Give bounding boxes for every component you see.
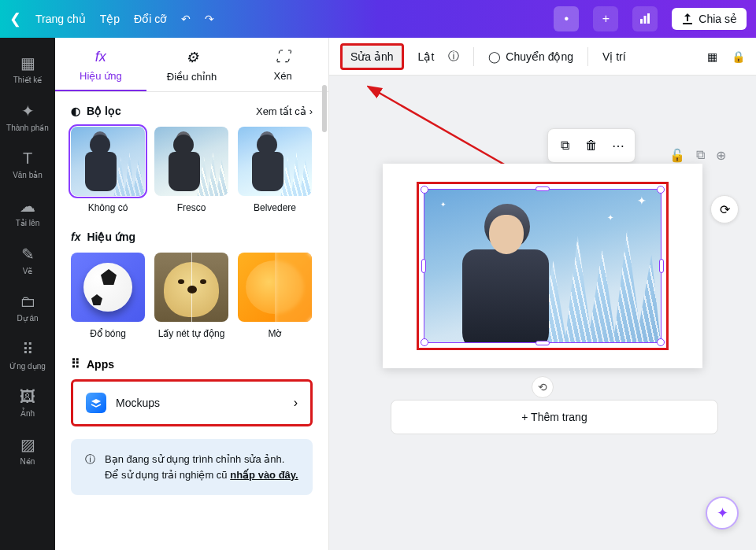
- resize-handle[interactable]: [421, 259, 426, 273]
- page-lock-icon[interactable]: 🔓: [669, 148, 685, 163]
- apps-grid-icon: ⠿: [71, 356, 80, 371]
- ctx-flip[interactable]: Lật: [418, 50, 435, 63]
- undo-icon[interactable]: ↶: [181, 13, 191, 25]
- chevron-right-icon: ›: [294, 396, 298, 410]
- rail-upload[interactable]: ☁Tải lên: [0, 189, 55, 235]
- animate-icon: ◯: [488, 50, 501, 63]
- effect-blur[interactable]: Mờ: [238, 253, 312, 339]
- rail-elements[interactable]: ✦Thành phần: [0, 94, 55, 140]
- info-link[interactable]: nhấp vào đây.: [230, 469, 298, 481]
- fx-icon: fx: [71, 231, 80, 243]
- filter-icon: ◐: [71, 105, 80, 117]
- nav-file[interactable]: Tệp: [100, 13, 120, 25]
- rail-projects[interactable]: 🗀Dự án: [0, 285, 55, 330]
- adjust-icon: ⚙: [186, 49, 198, 66]
- rail-background[interactable]: ▨Nền: [0, 427, 55, 474]
- effect-autofocus[interactable]: Lấy nét tự động: [154, 253, 228, 339]
- effects-icon: fx: [95, 49, 106, 65]
- top-bar: ❮ Trang chủ Tệp Đổi cỡ ↶ ↷ • + Chia sẻ: [0, 0, 756, 38]
- svg-rect-2: [647, 13, 650, 24]
- context-toolbar: Sửa ảnh Lật ⓘ ◯Chuyển động Vị trí ▦ 🔒: [329, 38, 756, 76]
- svg-line-3: [376, 91, 517, 172]
- resize-handle[interactable]: [657, 186, 665, 194]
- resize-handle[interactable]: [659, 259, 664, 273]
- nav-home[interactable]: Trang chủ: [35, 13, 86, 25]
- presence-dot-icon[interactable]: •: [554, 6, 579, 31]
- floating-toolbar: ⧉ 🗑 ⋯: [547, 128, 636, 163]
- rail-text[interactable]: TVăn bản: [0, 142, 55, 187]
- panel-tabs: fxHiệu ứng ⚙Điều chỉnh ⛶Xén: [55, 38, 328, 92]
- scrollbar[interactable]: [322, 85, 327, 132]
- selected-image[interactable]: ✦ ✦ ✦: [417, 182, 669, 350]
- photo-content: ✦ ✦ ✦: [424, 190, 661, 342]
- page-refresh-icon[interactable]: ⟲: [532, 376, 554, 398]
- filter-fresco[interactable]: Fresco: [154, 127, 228, 213]
- analytics-icon[interactable]: [632, 6, 658, 31]
- apps-title: ⠿Apps: [71, 356, 313, 371]
- ctx-edit-image[interactable]: Sửa ảnh: [340, 43, 404, 70]
- svg-rect-0: [640, 19, 643, 24]
- mockups-label: Mockups: [116, 397, 284, 409]
- nav-resize[interactable]: Đổi cỡ: [134, 13, 167, 25]
- rail-draw[interactable]: ✎Vẽ: [0, 237, 55, 283]
- share-label: Chia sẻ: [699, 13, 737, 25]
- ai-assist-button[interactable]: ✦: [706, 496, 739, 530]
- info-banner: ⓘ Bạn đang sử dụng trình chỉnh sửa ảnh. …: [71, 439, 313, 495]
- info-icon: ⓘ: [85, 452, 95, 482]
- tab-crop[interactable]: ⛶Xén: [237, 38, 328, 91]
- side-rail: ▦Thiết kế ✦Thành phần TVăn bản ☁Tải lên …: [0, 38, 55, 550]
- ctx-transparency-icon[interactable]: ▦: [707, 50, 717, 63]
- rail-design[interactable]: ▦Thiết kế: [0, 46, 55, 92]
- page-duplicate-icon[interactable]: ⧉: [696, 148, 705, 163]
- filter-none[interactable]: Không có: [71, 127, 145, 213]
- share-icon: [681, 13, 694, 25]
- sync-button[interactable]: ⟳: [710, 195, 739, 223]
- page-tools: 🔓 ⧉ ⊕: [669, 148, 726, 163]
- tab-effects[interactable]: fxHiệu ứng: [55, 38, 146, 91]
- redo-icon[interactable]: ↷: [205, 13, 214, 25]
- back-chevron-icon[interactable]: ❮: [9, 10, 21, 28]
- ctx-info-icon[interactable]: ⓘ: [448, 50, 459, 64]
- apps-mockups[interactable]: Mockups ›: [71, 379, 313, 426]
- resize-handle[interactable]: [421, 186, 428, 194]
- ctx-lock-icon[interactable]: 🔒: [732, 50, 745, 63]
- canvas-area: Sửa ảnh Lật ⓘ ◯Chuyển động Vị trí ▦ 🔒 ⧉ …: [329, 38, 756, 550]
- resize-handle[interactable]: [536, 186, 550, 191]
- ctx-position[interactable]: Vị trí: [602, 50, 626, 63]
- delete-icon[interactable]: 🗑: [580, 134, 603, 157]
- effect-shadow[interactable]: Đổ bóng: [71, 253, 145, 339]
- canvas-page[interactable]: ✦ ✦ ✦: [383, 164, 702, 368]
- page-add-icon[interactable]: ⊕: [716, 148, 726, 163]
- crop-icon: ⛶: [276, 49, 290, 65]
- sync-icon: ⟳: [720, 202, 730, 217]
- more-icon[interactable]: ⋯: [606, 134, 630, 157]
- duplicate-icon[interactable]: ⧉: [553, 134, 576, 157]
- filters-see-all[interactable]: Xem tất cả›: [256, 105, 313, 117]
- share-button[interactable]: Chia sẻ: [672, 8, 747, 30]
- resize-handle[interactable]: [657, 338, 665, 346]
- chevron-right-icon: ›: [309, 105, 313, 117]
- add-page-button[interactable]: + Thêm trang: [391, 400, 718, 434]
- side-panel: fxHiệu ứng ⚙Điều chỉnh ⛶Xén ◐Bộ lọc Xem …: [55, 38, 329, 550]
- resize-handle[interactable]: [536, 341, 550, 345]
- effects-title: fxHiệu ứng: [71, 231, 313, 243]
- rail-apps[interactable]: ⠿Ứng dụng: [0, 332, 55, 378]
- resize-handle[interactable]: [421, 338, 428, 346]
- plus-icon[interactable]: +: [593, 6, 618, 31]
- tab-adjust[interactable]: ⚙Điều chỉnh: [146, 38, 238, 91]
- filters-title: ◐Bộ lọc: [71, 105, 121, 117]
- svg-rect-1: [644, 16, 647, 24]
- rail-photo[interactable]: 🖼Ảnh: [0, 380, 55, 426]
- filter-belvedere[interactable]: Belvedere: [238, 127, 312, 213]
- mockups-icon: [86, 393, 106, 413]
- ctx-animate[interactable]: ◯Chuyển động: [488, 50, 573, 63]
